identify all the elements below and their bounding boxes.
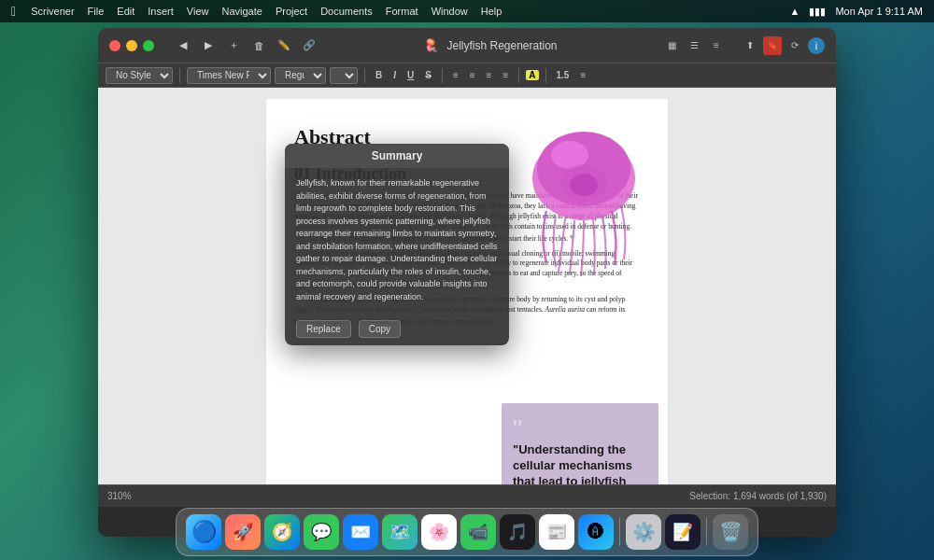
dock-finder[interactable]: 🔵	[186, 514, 221, 550]
dock-scrivener[interactable]: 📝	[665, 514, 700, 550]
dock-music[interactable]: 🎵	[500, 514, 535, 550]
dock-news[interactable]: 📰	[539, 514, 574, 550]
dock-facetime[interactable]: 📹	[460, 514, 496, 550]
pull-quote-box: " "Understanding the cellular mechanisms…	[502, 403, 658, 484]
separator-1	[179, 68, 180, 83]
apple-menu[interactable]: 	[11, 4, 16, 19]
copy-button[interactable]: Copy	[359, 320, 401, 338]
zoom-level[interactable]: 310%	[107, 491, 132, 501]
menubar-right: ▲ ▮▮▮ Mon Apr 1 9:11 AM	[790, 6, 923, 18]
title-bar: ◀ ▶ ＋ 🗑 ✏️ 🔗 🪼 Jellyfish Regeneration ▦ …	[98, 28, 836, 63]
clock: Mon Apr 1 9:11 AM	[835, 6, 923, 17]
font-dropdown[interactable]: Times New Roman	[187, 67, 271, 84]
spacing-button[interactable]: 1.5	[553, 70, 573, 80]
view-icon-3[interactable]: ≡	[707, 36, 726, 55]
share-icon[interactable]: ⬆	[741, 36, 759, 55]
view-icon-1[interactable]: ▦	[662, 36, 681, 55]
strikethrough-button[interactable]: S	[421, 70, 435, 80]
menu-edit[interactable]: Edit	[117, 6, 134, 17]
dock-separator	[619, 518, 620, 546]
dock-safari[interactable]: 🧭	[264, 514, 300, 550]
word-count: Selection: 1,694 words (of 1,930)	[689, 491, 827, 501]
menu-navigate[interactable]: Navigate	[221, 6, 262, 17]
maximize-button[interactable]	[143, 40, 154, 51]
summary-popup: Summary Jellyfish, known for their remar…	[285, 144, 509, 345]
format-bar: No Style Times New Roman Regular 12 B I …	[98, 63, 836, 88]
wifi-icon[interactable]: ▲	[790, 6, 800, 17]
style-variant-dropdown[interactable]: Regular	[275, 67, 326, 84]
dock-messages[interactable]: 💬	[304, 514, 339, 550]
close-button[interactable]	[109, 40, 120, 51]
info-icon[interactable]: i	[808, 37, 825, 54]
menu-file[interactable]: File	[88, 6, 105, 17]
add-button[interactable]: ＋	[223, 35, 244, 56]
bold-button[interactable]: B	[372, 70, 386, 80]
summary-title: Summary	[372, 149, 423, 162]
summary-body: Jellyfish, known for their remarkable re…	[285, 168, 509, 313]
menu-window[interactable]: Window	[432, 6, 468, 17]
back-button[interactable]: ◀	[173, 35, 193, 56]
dock-photos[interactable]: 🌸	[421, 514, 457, 550]
status-bar: 310% Selection: 1,694 words (of 1,930)	[98, 484, 836, 507]
align-left-button[interactable]: ≡	[449, 70, 462, 80]
document-area[interactable]: Abstract 01 Introduction Despite evolvin…	[98, 88, 836, 484]
align-center-button[interactable]: ≡	[466, 70, 479, 80]
scrivener-window: ◀ ▶ ＋ 🗑 ✏️ 🔗 🪼 Jellyfish Regeneration ▦ …	[98, 28, 836, 537]
delete-button[interactable]: 🗑	[248, 35, 269, 56]
replace-button[interactable]: Replace	[296, 320, 351, 338]
separator-2	[364, 68, 365, 83]
separator-4	[518, 68, 519, 83]
menu-format[interactable]: Format	[386, 6, 418, 17]
battery-icon[interactable]: ▮▮▮	[809, 6, 826, 18]
justify-button[interactable]: ≡	[499, 70, 512, 80]
highlight-button[interactable]: A	[526, 70, 538, 80]
document-icon: 🪼	[424, 38, 439, 52]
menu-documents[interactable]: Documents	[320, 6, 373, 17]
menu-help[interactable]: Help	[481, 6, 502, 17]
pull-quote-text: "Understanding the cellular mechanisms t…	[513, 442, 647, 484]
forward-button[interactable]: ▶	[198, 35, 219, 56]
dock-trash[interactable]: 🗑️	[713, 514, 748, 550]
size-dropdown[interactable]: 12	[330, 67, 358, 84]
minimize-button[interactable]	[126, 40, 137, 51]
svg-point-4	[570, 174, 598, 196]
summary-actions: Replace Copy	[285, 313, 509, 345]
align-right-button[interactable]: ≡	[483, 70, 496, 80]
bookmark-icon[interactable]: 🔖	[763, 36, 782, 55]
dock-launchpad[interactable]: 🚀	[225, 514, 261, 550]
view-icon-2[interactable]: ☰	[685, 36, 703, 55]
dock: 🔵 🚀 🧭 💬 ✉️ 🗺️ 🌸 📹 🎵 📰 🅐 ⚙️ 📝 🗑️	[176, 508, 758, 556]
menu-insert[interactable]: Insert	[148, 6, 174, 17]
menu-view[interactable]: View	[187, 6, 209, 17]
dock-maps[interactable]: 🗺️	[382, 514, 417, 550]
separator-3	[442, 68, 443, 83]
style-dropdown[interactable]: No Style	[106, 67, 173, 84]
link-button[interactable]: 🔗	[299, 35, 319, 56]
separator-5	[545, 68, 546, 83]
menu-project[interactable]: Project	[276, 6, 307, 17]
underline-button[interactable]: U	[403, 70, 417, 80]
window-title: Jellyfish Regeneration	[446, 39, 557, 52]
pull-quote-mark: "	[513, 416, 647, 442]
dock-mail[interactable]: ✉️	[343, 514, 378, 550]
dock-appstore[interactable]: 🅐	[578, 514, 614, 550]
menubar:  Scrivener File Edit Insert View Naviga…	[0, 0, 934, 22]
dock-separator-2	[706, 518, 707, 546]
list-button[interactable]: ≡	[576, 70, 589, 80]
right-panel-icons: ▦ ☰ ≡ ⬆ 🔖 ⟳ i	[662, 36, 825, 55]
summary-header: Summary	[285, 144, 509, 168]
edit-button[interactable]: ✏️	[274, 35, 294, 56]
dock-systemprefs[interactable]: ⚙️	[626, 514, 661, 550]
italic-button[interactable]: I	[389, 70, 400, 80]
jellyfish-illustration	[495, 108, 658, 286]
history-icon[interactable]: ⟳	[785, 36, 804, 55]
main-content: Abstract 01 Introduction Despite evolvin…	[98, 88, 836, 484]
menu-scrivener[interactable]: Scrivener	[31, 6, 74, 17]
traffic-lights	[109, 40, 154, 51]
